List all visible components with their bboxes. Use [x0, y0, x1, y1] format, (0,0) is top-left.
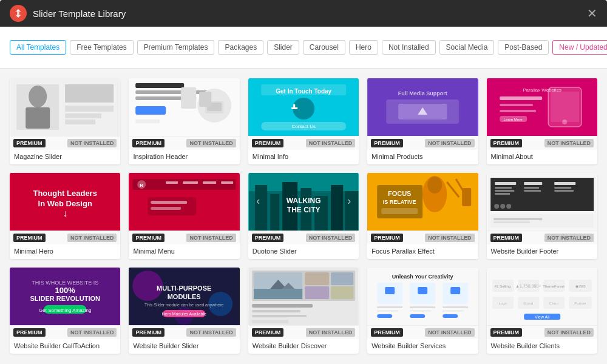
svg-rect-38 — [500, 96, 542, 100]
filter-slider[interactable]: Slider — [267, 40, 299, 55]
svg-text:Full Media Support: Full Media Support — [398, 90, 447, 96]
svg-text:‹: ‹ — [256, 195, 260, 207]
svg-rect-141 — [443, 310, 464, 312]
template-card-inspiration-header[interactable]: PREMIUM NOT INSTALLED Inspiration Header — [129, 78, 239, 164]
svg-rect-133 — [385, 287, 395, 294]
badge-premium: PREMIUM — [371, 139, 403, 147]
svg-rect-142 — [377, 314, 392, 318]
template-card-services[interactable]: Unleash Your Creativity — [367, 268, 478, 354]
filter-packages[interactable]: Packages — [218, 40, 263, 55]
card-thumb-wbuilder-slider: MULTI-PURPOSE MODULES This Slider module… — [129, 268, 239, 325]
badge-premium: PREMIUM — [371, 328, 403, 337]
svg-rect-121 — [254, 289, 302, 299]
template-card-wbuilder-slider[interactable]: MULTI-PURPOSE MODULES This Slider module… — [129, 268, 239, 354]
svg-rect-87 — [524, 182, 542, 185]
svg-rect-57 — [151, 207, 181, 210]
svg-rect-48 — [133, 179, 236, 190]
template-card-calltoaction[interactable]: THIS WHOLE WEBSITE IS 100% SLIDER REVOLU… — [10, 268, 120, 354]
badge-not-installed: NOT INSTALLED — [306, 139, 355, 147]
svg-rect-117 — [305, 272, 329, 285]
card-badges-minimal-menu: PREMIUM NOT INSTALLED — [129, 231, 239, 244]
card-thumb-discover — [248, 268, 359, 325]
svg-rect-136 — [377, 306, 402, 308]
template-card-discover[interactable]: PREMIUM NOT INSTALLED Website Builder Di… — [248, 268, 359, 354]
card-name-minimal-hero: Minimal Hero — [10, 244, 120, 259]
svg-point-7 — [29, 86, 47, 107]
filter-all-templates[interactable]: All Templates — [10, 40, 66, 55]
template-card-magazine-slider[interactable]: PREMIUM NOT INSTALLED Magazine Slider — [10, 78, 120, 164]
svg-text:This Slider module can be used: This Slider module can be used anywhere — [144, 303, 223, 308]
template-card-clients[interactable]: #1 Selling ▲1,750,000+ ThemeForest ◉ BIG… — [487, 268, 597, 354]
badge-not-installed: NOT INSTALLED — [544, 234, 594, 242]
svg-rect-144 — [443, 314, 458, 318]
filter-new-updated[interactable]: New / Updated — [552, 40, 607, 55]
svg-point-37 — [562, 120, 567, 124]
svg-rect-14 — [136, 120, 160, 123]
svg-rect-92 — [554, 190, 574, 192]
svg-point-73 — [427, 177, 442, 194]
svg-rect-124 — [252, 304, 313, 308]
svg-rect-61 — [270, 194, 279, 231]
svg-text:◉ BIG: ◉ BIG — [575, 285, 585, 288]
title-bar: Slider Template Library ✕ — [0, 0, 607, 27]
filter-free-templates[interactable]: Free Templates — [70, 40, 133, 55]
template-card-duotone-slider[interactable]: WALKING THE CITY ‹ › PREMIUM NOT INSTALL… — [248, 173, 359, 259]
card-badges-minimal-about: PREMIUM NOT INSTALLED — [487, 136, 597, 150]
card-name-minimal-about: Minimal About — [487, 150, 597, 164]
filter-hero[interactable]: Hero — [349, 40, 378, 55]
filter-not-installed[interactable]: Not Installed — [382, 40, 436, 55]
badge-not-installed: NOT INSTALLED — [67, 328, 117, 337]
svg-rect-120 — [331, 286, 353, 299]
svg-rect-5 — [65, 113, 101, 118]
close-button[interactable]: ✕ — [587, 7, 597, 19]
card-badges-duotone: PREMIUM NOT INSTALLED — [248, 231, 359, 244]
svg-text:▲1,750,000+: ▲1,750,000+ — [515, 284, 541, 288]
template-card-minimal-hero[interactable]: Thought Leaders In Web Design ↓ PREMIUM … — [10, 173, 120, 259]
svg-rect-77 — [381, 208, 418, 214]
template-content: PREMIUM NOT INSTALLED Magazine Slider — [0, 69, 607, 364]
badge-premium: PREMIUM — [490, 234, 523, 242]
template-card-minimal-info[interactable]: Get In Touch Today Contact Us PREMIUM NO… — [248, 78, 359, 164]
card-thumb-minimal-info: Get In Touch Today Contact Us — [248, 78, 359, 136]
filter-post-based[interactable]: Post-Based — [498, 40, 549, 55]
template-card-minimal-products[interactable]: Full Media Support PREMIUM NOT INSTALLED… — [367, 78, 478, 164]
badge-premium: PREMIUM — [13, 234, 46, 242]
card-thumb-focus: FOCUS IS RELATIVE — [367, 173, 478, 231]
card-name-minimal-products: Minimal Products — [367, 150, 478, 164]
template-card-website-footer[interactable]: PREMIUM NOT INSTALLED Website Builder Fo… — [487, 173, 597, 259]
svg-point-93 — [494, 204, 499, 209]
badge-premium: PREMIUM — [490, 139, 523, 147]
svg-rect-36 — [551, 92, 579, 122]
badge-not-installed: NOT INSTALLED — [67, 234, 117, 242]
svg-rect-55 — [148, 197, 197, 215]
filter-carousel[interactable]: Carousel — [303, 40, 345, 55]
svg-rect-90 — [554, 182, 575, 185]
badge-not-installed: NOT INSTALLED — [544, 328, 594, 337]
card-name-wbuilder-slider: Website Builder Slider — [129, 339, 239, 354]
card-thumb-calltoaction: THIS WHOLE WEBSITE IS 100% SLIDER REVOLU… — [10, 268, 120, 325]
svg-rect-11 — [136, 90, 209, 94]
card-badges-minimal-info: PREMIUM NOT INSTALLED — [248, 136, 359, 150]
template-card-focus-parallax[interactable]: FOCUS IS RELATIVE PREMIUM NOT INSTALLED … — [367, 173, 478, 259]
card-thumb-duotone: WALKING THE CITY ‹ › — [248, 173, 359, 231]
svg-rect-52 — [183, 181, 198, 184]
svg-rect-65 — [331, 185, 343, 231]
filter-premium-templates[interactable]: Premium Templates — [137, 40, 215, 55]
card-badges-wbuilder-slider: PREMIUM NOT INSTALLED — [129, 325, 239, 339]
card-badges-services: PREMIUM NOT INSTALLED — [367, 325, 478, 339]
card-name-clients: Website Builder Clients — [487, 339, 597, 354]
card-name-services: Website Builder Services — [367, 339, 478, 354]
badge-not-installed: NOT INSTALLED — [425, 234, 474, 242]
template-card-minimal-about[interactable]: Parallax Websites Learn More PREMIUM — [487, 78, 597, 164]
card-thumb-inspiration — [129, 78, 239, 136]
svg-rect-39 — [500, 104, 533, 106]
card-badges-focus: PREMIUM NOT INSTALLED — [367, 231, 478, 244]
card-name-magazine: Magazine Slider — [10, 150, 120, 164]
card-name-minimal-info: Minimal Info — [248, 150, 359, 164]
svg-text:↓: ↓ — [63, 208, 67, 218]
template-card-minimal-menu[interactable]: R PREMIUM NOT INSTALLED Minimal Menu — [129, 173, 239, 259]
svg-rect-40 — [500, 110, 536, 112]
filter-social-media[interactable]: Social Media — [439, 40, 495, 55]
card-name-discover: Website Builder Discover — [248, 339, 359, 354]
card-badges-website-footer: PREMIUM NOT INSTALLED — [487, 231, 597, 244]
